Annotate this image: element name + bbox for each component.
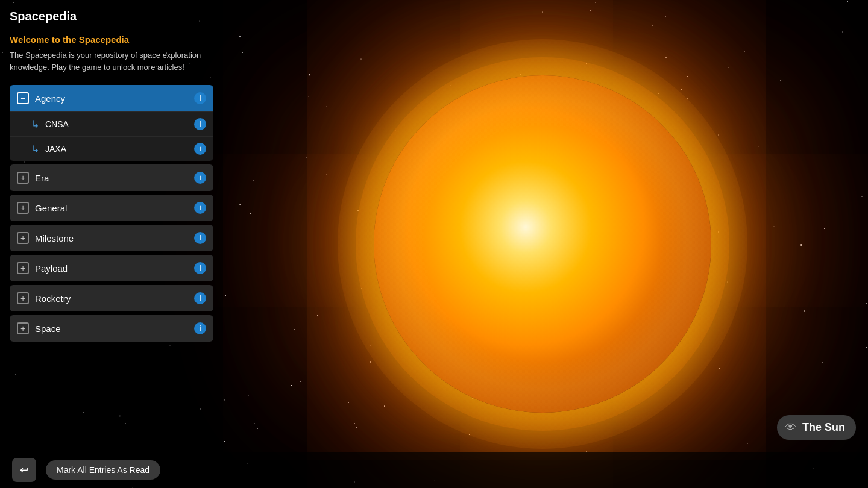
sub-arrow-icon: ↳ — [31, 119, 39, 130]
subcategory-jaxa-label: JAXA — [45, 144, 194, 154]
category-space-label: Space — [35, 324, 194, 334]
milestone-info-icon[interactable]: i — [194, 232, 206, 244]
category-general-label: General — [35, 203, 194, 213]
mark-all-entries-button[interactable]: Mark All Entries As Read — [46, 460, 160, 480]
payload-info-icon[interactable]: i — [194, 262, 206, 274]
welcome-title: Welcome to the Spacepedia — [10, 34, 213, 45]
category-agency: − Agency i ↳ CNSA i ↳ JAXA i — [10, 85, 213, 161]
expand-payload-icon: + — [17, 262, 29, 274]
category-era-header[interactable]: + Era i — [10, 164, 213, 191]
cnsa-info-icon[interactable]: i — [194, 118, 206, 130]
bottom-bar: ↩ Mark All Entries As Read — [0, 452, 868, 488]
sub-arrow-icon-2: ↳ — [31, 143, 39, 155]
expand-space-icon: + — [17, 322, 29, 334]
category-space-header[interactable]: + Space i — [10, 315, 213, 342]
space-info-icon[interactable]: i — [194, 322, 206, 334]
jaxa-info-icon[interactable]: i — [194, 143, 206, 155]
general-info-icon[interactable]: i — [194, 202, 206, 214]
welcome-description: The Spacepedia is your repository of spa… — [10, 49, 213, 73]
expand-milestone-icon: + — [17, 232, 29, 244]
category-era-label: Era — [35, 173, 194, 183]
rocketry-info-icon[interactable]: i — [194, 292, 206, 304]
era-info-icon[interactable]: i — [194, 172, 206, 184]
category-payload-label: Payload — [35, 263, 194, 274]
expand-rocketry-icon: + — [17, 292, 29, 304]
category-agency-header[interactable]: − Agency i — [10, 85, 213, 111]
eye-icon: 👁 — [785, 421, 796, 434]
sun-badge[interactable]: 👁 The Sun — [777, 415, 856, 440]
subcategory-jaxa[interactable]: ↳ JAXA i — [10, 136, 213, 161]
category-agency-label: Agency — [35, 93, 194, 104]
welcome-section: Welcome to the Spacepedia The Spacepedia… — [10, 34, 213, 73]
category-milestone-header[interactable]: + Milestone i — [10, 225, 213, 251]
expand-general-icon: + — [17, 202, 29, 214]
expand-era-icon: + — [17, 172, 29, 184]
collapse-icon: − — [17, 92, 29, 104]
category-milestone-label: Milestone — [35, 233, 194, 243]
app-title: Spacepedia — [10, 10, 213, 23]
sun-badge-label: The Sun — [802, 421, 845, 434]
back-button[interactable]: ↩ — [12, 458, 36, 482]
subcategory-cnsa[interactable]: ↳ CNSA i — [10, 111, 213, 136]
subcategory-cnsa-label: CNSA — [45, 119, 194, 129]
category-general-header[interactable]: + General i — [10, 195, 213, 221]
category-rocketry-header[interactable]: + Rocketry i — [10, 285, 213, 311]
category-payload-header[interactable]: + Payload i — [10, 255, 213, 281]
agency-subcategories: ↳ CNSA i ↳ JAXA i — [10, 111, 213, 161]
agency-info-icon[interactable]: i — [194, 92, 206, 104]
category-list: − Agency i ↳ CNSA i ↳ JAXA i + Era — [10, 85, 213, 478]
category-rocketry-label: Rocketry — [35, 293, 194, 304]
